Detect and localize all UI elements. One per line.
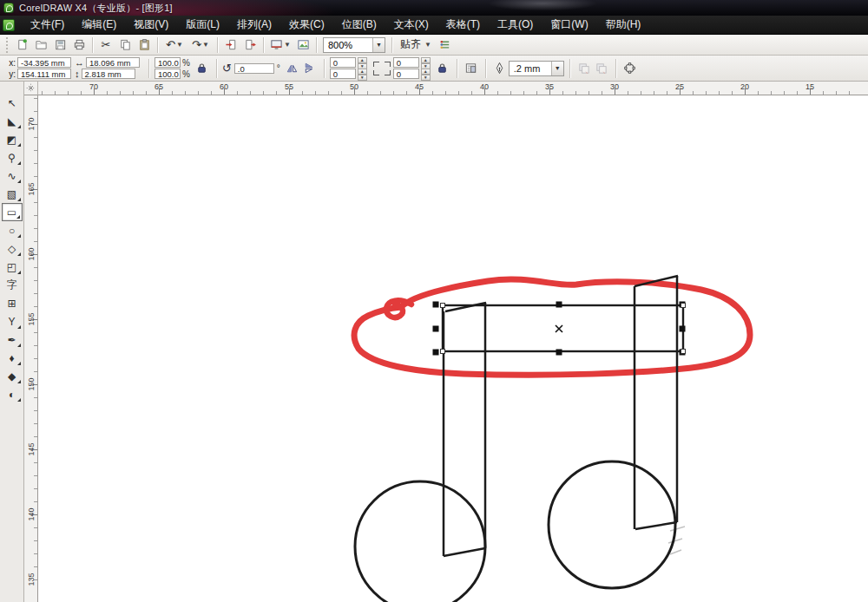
chevron-down-icon[interactable]: ▼ <box>551 62 563 75</box>
blend-tool[interactable]: Y <box>2 312 23 330</box>
spinner[interactable]: ▲▼ <box>358 57 367 68</box>
rotation-icon: ↺ <box>222 62 232 75</box>
outline-pen-icon <box>491 60 509 77</box>
x-position-field[interactable]: -34.395 mm <box>17 57 71 68</box>
cut-icon[interactable]: ✂ <box>96 36 115 54</box>
freehand-tool[interactable]: ∿ <box>2 167 23 185</box>
mirror-vertical-icon[interactable] <box>301 60 319 77</box>
menu-item-11[interactable]: 窗口(W) <box>542 16 596 34</box>
toolbar-drag-handle[interactable] <box>4 37 10 53</box>
eyedropper-tool[interactable]: ✒ <box>2 330 23 349</box>
menu-item-1[interactable]: 文件(F) <box>22 16 73 34</box>
to-front-icon <box>575 60 593 77</box>
shape-tool-icon: ◣ <box>8 115 16 128</box>
corner-radius-tr-field[interactable]: 0 <box>393 57 419 68</box>
menu-item-7[interactable]: 位图(B) <box>333 16 385 34</box>
open-icon[interactable] <box>31 36 50 54</box>
corner-radius-tl-field[interactable]: 0 <box>330 57 356 68</box>
application-launcher-icon[interactable]: ▼ <box>267 36 293 54</box>
zoom-tool[interactable]: ⚲ <box>2 148 23 167</box>
menu-item-6[interactable]: 效果(C) <box>280 16 333 34</box>
shape-tool[interactable]: ◣ <box>2 112 23 130</box>
size-group: ↔ 18.096 mm ↕ 2.818 mm <box>75 57 140 79</box>
x-label: x: <box>7 58 16 68</box>
menu-item-12[interactable]: 帮助(H) <box>597 16 650 34</box>
save-icon[interactable] <box>50 36 69 54</box>
fill-tool-icon: ◆ <box>8 370 16 383</box>
title-bar: CorelDRAW X4（专业版）- [图形1] <box>0 0 868 16</box>
crop-tool-icon: ◩ <box>7 134 16 146</box>
chevron-down-icon[interactable]: ▼ <box>284 41 291 49</box>
paste-icon[interactable] <box>135 36 154 54</box>
import-icon[interactable] <box>221 36 240 54</box>
mirror-horizontal-icon[interactable] <box>284 60 301 77</box>
menu-item-9[interactable]: 表格(T) <box>437 16 489 34</box>
ruler-origin-icon[interactable] <box>24 82 38 95</box>
outline-width-combo[interactable]: .2 mm ▼ <box>509 61 564 76</box>
y-label: y: <box>7 69 16 79</box>
horizontal-ruler: 706560555045403530252015 <box>38 82 868 95</box>
blend-tool-icon: Y <box>8 316 15 328</box>
options-icon[interactable] <box>436 36 455 54</box>
basic-shapes-tool[interactable]: ◰ <box>2 258 23 276</box>
width-icon: ↔ <box>75 57 84 68</box>
corner-radius-bl-field[interactable]: 0 <box>330 69 356 79</box>
y-position-field[interactable]: 154.111 mm <box>17 69 71 79</box>
v-ruler-number: 170 <box>27 117 36 131</box>
scale-y-field[interactable]: 100.0 <box>155 69 181 79</box>
corner-brackets-right <box>385 62 391 75</box>
convert-to-curves-icon[interactable] <box>621 60 639 77</box>
rectangle-tool[interactable]: ▭ <box>2 203 23 221</box>
menu-item-10[interactable]: 工具(O) <box>489 16 542 34</box>
menu-item-8[interactable]: 文本(X) <box>385 16 437 34</box>
menu-item-5[interactable]: 排列(A) <box>228 16 280 34</box>
smart-fill-tool[interactable]: ▧ <box>2 185 23 203</box>
menu-item-4[interactable]: 版面(L) <box>177 16 228 34</box>
export-icon[interactable] <box>240 36 260 54</box>
copy-icon[interactable] <box>115 36 135 54</box>
polygon-tool[interactable]: ◇ <box>2 239 23 258</box>
h-ruler-number: 40 <box>480 82 489 91</box>
new-document-icon[interactable] <box>12 36 31 54</box>
scale-x-field[interactable]: 100.0 <box>155 57 181 68</box>
pick-tool-icon: ↖ <box>7 97 16 109</box>
corner-radius-br-field[interactable]: 0 <box>393 69 419 79</box>
menu-item-2[interactable]: 编辑(E) <box>73 16 125 34</box>
undo-icon[interactable]: ↶▼ <box>161 36 187 54</box>
object-height-field[interactable]: 2.818 mm <box>82 69 135 79</box>
separator <box>569 59 570 78</box>
crop-tool[interactable]: ◩ <box>2 130 23 148</box>
smart-fill-tool-icon: ▧ <box>7 188 16 200</box>
rectangle-tool-icon: ▭ <box>7 206 16 219</box>
menu-item-3[interactable]: 视图(V) <box>125 16 177 34</box>
redo-icon[interactable]: ↷▼ <box>187 36 214 54</box>
wrap-text-icon[interactable] <box>463 60 480 77</box>
lock-ratio-icon[interactable] <box>194 60 211 77</box>
lock-corners-icon[interactable] <box>434 60 451 77</box>
chevron-down-icon[interactable]: ▼ <box>176 41 183 49</box>
spinner[interactable]: ▲▼ <box>421 57 431 68</box>
drawing-canvas[interactable] <box>38 95 868 602</box>
document-icon[interactable] <box>3 19 15 31</box>
fill-tool[interactable]: ◆ <box>2 367 23 385</box>
zoom-level-combo[interactable]: 800%▼ <box>323 37 385 53</box>
separator <box>316 37 317 53</box>
menu-bar: 文件(F)编辑(E)视图(V)版面(L)排列(A)效果(C)位图(B)文本(X)… <box>0 16 868 35</box>
pick-tool[interactable]: ↖ <box>2 94 23 112</box>
outline-pen-tool[interactable]: ♦ <box>2 349 23 367</box>
chevron-down-icon[interactable]: ▼ <box>202 41 209 49</box>
welcome-screen-icon[interactable] <box>293 36 312 54</box>
separator <box>157 37 158 53</box>
ellipse-tool[interactable]: ○ <box>2 221 23 239</box>
snap-to-button[interactable]: 贴齐▼ <box>396 36 436 54</box>
interactive-fill-tool[interactable]: ◐ <box>2 385 23 403</box>
object-width-field[interactable]: 18.096 mm <box>86 57 140 68</box>
table-tool[interactable]: ⊞ <box>2 294 23 312</box>
spinner[interactable]: ▲▼ <box>421 69 431 79</box>
print-icon[interactable] <box>69 36 89 54</box>
spinner[interactable]: ▲▼ <box>358 69 367 79</box>
text-tool[interactable]: 字 <box>2 276 23 294</box>
chevron-down-icon: ▼ <box>424 41 431 49</box>
toolbox: ↖◣◩⚲∿▧▭○◇◰字⊞Y✒♦◆◐ <box>0 82 24 602</box>
rotation-angle-field[interactable]: .0 <box>234 63 274 74</box>
